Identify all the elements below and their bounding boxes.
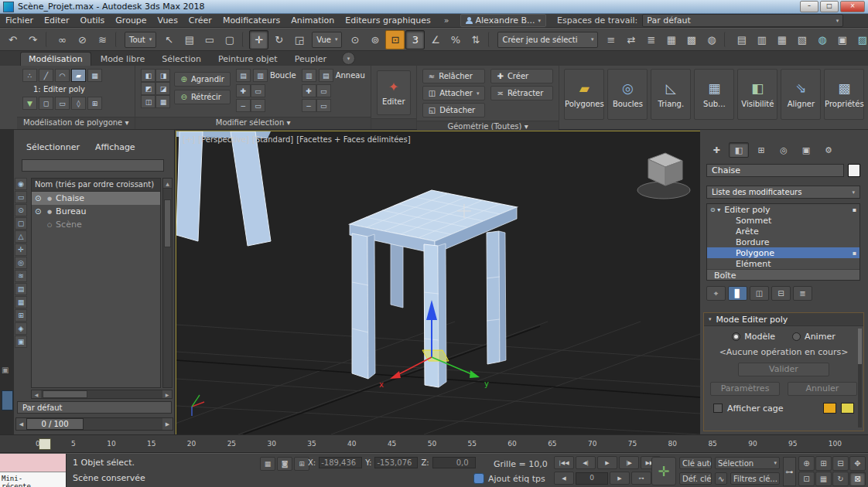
track-bar[interactable]: 0510152025303540455055606570758085909510… xyxy=(0,434,868,453)
next-frame-icon[interactable]: ▶ xyxy=(162,418,173,430)
selection-filter-dropdown[interactable]: Tout ▾ xyxy=(125,32,156,48)
menu-item[interactable]: Editeurs graphiques xyxy=(340,14,436,27)
element-mode-icon[interactable]: ▦ xyxy=(87,69,102,82)
default-in-out-tangent-icon[interactable]: ∿ xyxy=(715,472,727,485)
orbit-icon[interactable]: ↻ xyxy=(832,472,849,486)
ring-icon[interactable]: ▥ xyxy=(302,69,316,82)
triangulate-button[interactable]: ◺ Triang. xyxy=(651,69,691,120)
time-slider-track[interactable] xyxy=(84,418,162,430)
toolbar-icon[interactable] xyxy=(488,32,492,47)
bind-to-spacewarp-icon[interactable]: ≋ xyxy=(93,30,112,49)
previous-frame-icon[interactable]: ◀ xyxy=(16,418,26,430)
explorer-preset-field[interactable]: Par défaut xyxy=(17,401,172,414)
select-by-name-icon[interactable]: ▤ xyxy=(179,30,199,49)
absolute-relative-icon[interactable]: ⊞ xyxy=(294,457,309,471)
key-mode-toggle-icon[interactable]: ⊶ xyxy=(631,472,651,485)
display-filter-icon[interactable]: △ xyxy=(15,230,27,243)
scrollbar-thumb[interactable] xyxy=(164,199,171,247)
relax-button[interactable]: ≈Relâcher xyxy=(422,69,486,83)
user-account-menu[interactable]: Alexandre B... ▾ xyxy=(460,14,546,27)
dock-panel-icon[interactable]: ▣ xyxy=(2,366,9,374)
align-button[interactable]: ⇘ Aligner xyxy=(781,69,821,120)
viewport-menu-shading[interactable]: [Facettes + Faces délimitées] xyxy=(296,135,410,144)
ring-icon[interactable]: ▤ xyxy=(319,69,333,82)
region-shape-icon[interactable]: ▭ xyxy=(200,30,219,49)
explorer-horizontal-scrollbar[interactable]: ◀ ▶ xyxy=(31,390,173,399)
show-cage-checkbox[interactable] xyxy=(713,404,723,413)
display-filter-icon[interactable]: ▦ xyxy=(15,296,27,308)
modifier-stack-row[interactable]: ⊙ ▾ Editer poly ▪ xyxy=(707,204,859,215)
toolbar-icon[interactable] xyxy=(242,32,246,47)
modifier-stack-row[interactable]: Boîte xyxy=(707,269,859,281)
detach-button[interactable]: ◱Détacher xyxy=(422,103,486,117)
z-coordinate-field[interactable]: 0,0 xyxy=(432,457,476,468)
close-button[interactable]: × xyxy=(840,1,865,12)
y-coordinate-field[interactable]: -153,076 xyxy=(374,457,418,468)
ribbon-icon[interactable]: ◧ xyxy=(141,69,155,82)
selection-lock-icon[interactable]: ◙ xyxy=(277,457,292,471)
explorer-menu-select[interactable]: Sélectionner xyxy=(26,142,80,152)
cage-color-swatch[interactable] xyxy=(823,403,836,414)
schematic-view-icon[interactable]: ▩ xyxy=(682,30,701,49)
snap-3d-icon[interactable]: 3 xyxy=(405,30,425,49)
pan-icon[interactable]: ✥ xyxy=(849,456,866,471)
display-filter-icon[interactable]: ◎ xyxy=(15,257,27,269)
menu-item[interactable]: Animation xyxy=(285,14,340,27)
subdivision-button[interactable]: ▦ Sub... xyxy=(694,69,734,120)
playback-button[interactable]: ◀| xyxy=(576,456,596,469)
spinner-snap-icon[interactable]: ⇅ xyxy=(466,30,485,49)
explorer-menu-display[interactable]: Affichage xyxy=(95,142,135,152)
ribbon-icon[interactable]: ◫ xyxy=(141,95,155,108)
collapse-button[interactable]: ≍Rétracter xyxy=(490,86,553,100)
time-slider-handle[interactable]: 0 / 100 xyxy=(26,418,84,430)
scene-object-row[interactable]: ⊙ ● Bureau xyxy=(32,205,160,218)
render-setup-icon[interactable]: ◍ xyxy=(812,30,832,49)
toolbar-overflow-icon[interactable]: » xyxy=(444,15,449,26)
properties-button[interactable]: ▩ Propriétés xyxy=(824,69,864,120)
viewport-canvas[interactable]: x y xyxy=(176,131,700,434)
menu-item[interactable]: Outils xyxy=(75,14,111,27)
playback-button[interactable]: ▶ xyxy=(597,456,617,469)
ribbon-minimize-toggle[interactable]: ▾ xyxy=(342,52,355,65)
unlink-selection-icon[interactable]: ⊘ xyxy=(73,30,92,49)
ribbon-icon[interactable]: ▦ xyxy=(155,95,170,108)
object-name-field[interactable]: Chaise xyxy=(706,164,844,177)
x-coordinate-field[interactable]: -189,436 xyxy=(319,457,362,468)
auto-key-button[interactable]: Clé auto xyxy=(679,457,712,469)
validate-button[interactable]: Valider xyxy=(738,363,829,376)
nurms-toggle-icon[interactable]: ▼ xyxy=(22,97,37,110)
loop-grid-icon[interactable]: − xyxy=(236,99,251,112)
ring-grid-icon[interactable]: − xyxy=(302,99,316,112)
previous-frame-button[interactable]: ◀ xyxy=(554,472,574,485)
ring-grid-icon[interactable]: ▭ xyxy=(316,99,331,112)
display-filter-icon[interactable]: ⊞ xyxy=(15,309,27,322)
utilities-tab-icon[interactable]: ⚙ xyxy=(818,142,839,158)
modifier-list-dropdown[interactable]: Liste des modificateurs ▾ xyxy=(706,186,860,199)
show-end-result-icon[interactable]: ▊ xyxy=(728,286,747,301)
edit-named-sets-icon[interactable]: ≡ xyxy=(601,30,620,49)
listener-macro-area[interactable] xyxy=(0,454,66,472)
modifier-stack-row[interactable]: Bordure xyxy=(707,237,859,247)
maximize-viewport-icon[interactable]: ⊠ xyxy=(849,472,866,486)
menu-item[interactable]: Fichier xyxy=(0,14,39,27)
modifier-stack-row[interactable]: Arête xyxy=(707,226,859,237)
ribbon-icon[interactable]: ◩ xyxy=(141,82,155,95)
scene-object-row[interactable]: ○ Scène xyxy=(32,218,160,231)
polygon-mode-icon[interactable]: ▰ xyxy=(71,69,86,82)
isolate-transform-icon[interactable]: ✛ xyxy=(651,457,676,485)
scene-explorer-icon[interactable]: ▥ xyxy=(752,30,771,49)
zoom-extents-icon[interactable]: ⊟ xyxy=(832,456,849,471)
configure-modifier-sets-icon[interactable]: ≣ xyxy=(793,286,812,301)
material-editor-icon[interactable]: ◍ xyxy=(702,30,721,49)
named-selection-set-combo[interactable]: Créer jeu de sélecti ▾ xyxy=(497,32,598,48)
cancel-button[interactable]: Annuler xyxy=(788,382,857,396)
render-production-icon[interactable]: ▨ xyxy=(853,30,868,49)
loop-grid-icon[interactable]: ▭ xyxy=(251,99,265,112)
border-mode-icon[interactable]: ◠ xyxy=(55,69,70,82)
shrink-selection-button[interactable]: ⊖ Rétrécir xyxy=(174,90,230,104)
selection-set-dropdown[interactable]: Sélection ▾ xyxy=(715,457,780,469)
percent-snap-icon[interactable]: % xyxy=(446,30,465,49)
align-icon[interactable]: ≣ xyxy=(641,30,661,49)
hierarchy-tab-icon[interactable]: ⊞ xyxy=(751,142,771,158)
next-frame-button[interactable]: ▶ xyxy=(610,472,630,485)
